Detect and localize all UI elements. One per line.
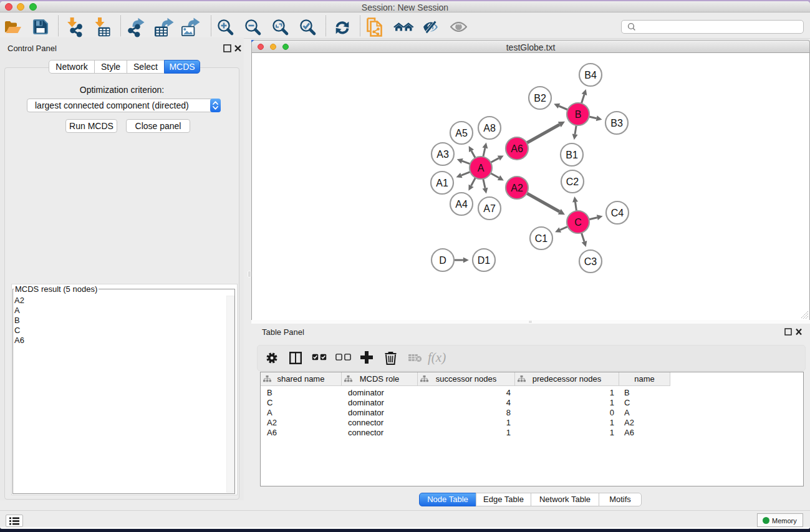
svg-text:A7: A7 bbox=[483, 203, 496, 214]
svg-text:A: A bbox=[478, 163, 485, 173]
svg-text:D: D bbox=[439, 255, 446, 266]
svg-text:C: C bbox=[574, 217, 582, 228]
svg-text:B4: B4 bbox=[584, 70, 597, 80]
svg-text:C1: C1 bbox=[535, 233, 548, 244]
svg-text:A5: A5 bbox=[455, 128, 468, 138]
svg-text:A8: A8 bbox=[483, 123, 496, 133]
svg-text:B: B bbox=[575, 109, 582, 120]
svg-text:B2: B2 bbox=[534, 93, 546, 104]
svg-text:A2: A2 bbox=[511, 183, 523, 193]
svg-text:C3: C3 bbox=[584, 256, 597, 267]
svg-text:A4: A4 bbox=[455, 199, 468, 210]
svg-text:C2: C2 bbox=[566, 177, 579, 187]
svg-text:B1: B1 bbox=[566, 150, 578, 160]
svg-text:D1: D1 bbox=[478, 255, 491, 266]
svg-text:A1: A1 bbox=[436, 178, 448, 188]
svg-text:A3: A3 bbox=[436, 149, 449, 160]
svg-text:A6: A6 bbox=[511, 143, 523, 154]
svg-text:B3: B3 bbox=[610, 118, 623, 128]
svg-text:C4: C4 bbox=[611, 208, 624, 218]
